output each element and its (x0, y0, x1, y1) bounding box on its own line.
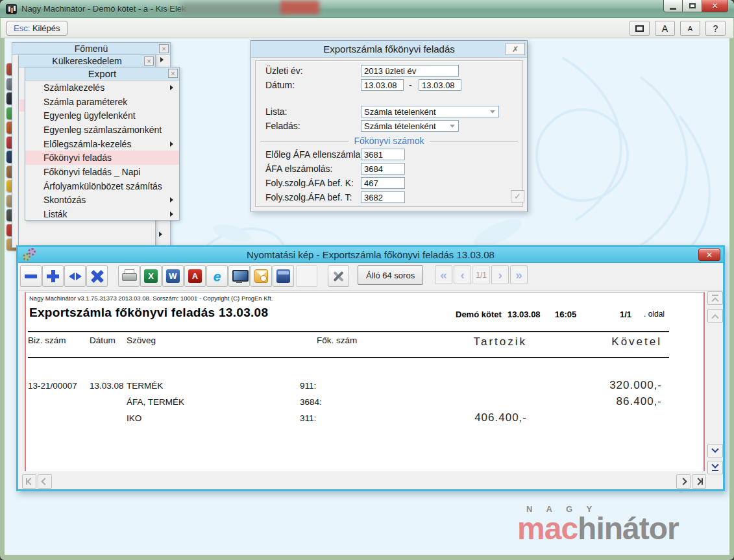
list-dropdown[interactable]: Számla tételenként (361, 106, 499, 117)
export-pdf-button[interactable]: A (184, 265, 206, 287)
preview-titlebar[interactable]: Nyomtatási kép - Exportszámla főkönyvi f… (18, 247, 723, 263)
window-title: Nagy Machinátor - Demó kötet - a - Kis E… (21, 4, 186, 14)
last-page-button[interactable]: » (510, 265, 528, 284)
account-number-input[interactable]: 3681 (361, 149, 405, 160)
col-kovetel: Követel (527, 335, 662, 348)
menu-item[interactable]: Skontózás (25, 193, 179, 208)
frame-button[interactable] (630, 21, 650, 36)
close-dialog-button[interactable]: ✗ (506, 43, 525, 55)
send-email-button[interactable] (251, 265, 272, 287)
business-year-label: Üzleti év: (265, 66, 303, 76)
export-header[interactable]: Export × (25, 67, 179, 80)
window-controls: ✕ (663, 0, 728, 12)
fomenu-header[interactable]: Főmenü × (12, 43, 170, 55)
report-page-number: 1/1 (620, 310, 631, 319)
scroll-up-button[interactable] (707, 309, 723, 323)
account-number-input[interactable]: 467 (361, 177, 405, 189)
export-title: Export (88, 68, 116, 79)
report-volume: Demó kötet (456, 310, 502, 319)
application-window: Nagy Machinátor - Demó kötet - a - Kis E… (0, 0, 734, 560)
minimize-button[interactable] (663, 0, 683, 12)
scroll-left-button[interactable] (38, 474, 52, 489)
frame-icon (635, 25, 644, 32)
scroll-top-button[interactable] (707, 291, 723, 305)
menu-item[interactable]: Árfolyamkülönbözet számítás (25, 179, 179, 193)
report-title: Exportszámla főkönyvi feladás 13.03.08 (29, 306, 268, 320)
account-number-input[interactable]: 3684 (361, 163, 405, 175)
col-szoveg: Szöveg (127, 335, 300, 348)
print-preview-window: Nyomtatási kép - Exportszámla főkönyvi f… (16, 245, 725, 491)
kulkereskedelem-header[interactable]: Külkereskedelem × (19, 55, 155, 67)
blurred-close-fragment (280, 1, 319, 14)
blurred-window-fragment (180, 3, 283, 15)
archive-button[interactable] (273, 265, 294, 287)
close-kulkereskedelem-button[interactable]: × (144, 56, 154, 66)
menu-item[interactable]: Előlegszámla-kezelés (25, 137, 179, 151)
first-page-button[interactable]: « (435, 265, 452, 284)
date-from-input[interactable]: 13.03.08 (361, 79, 404, 91)
help-button[interactable]: ? (705, 21, 726, 36)
confirm-button[interactable]: ✓ (511, 190, 524, 202)
fomenu-title: Főmenü (75, 43, 108, 54)
maximize-button[interactable] (683, 0, 702, 12)
next-page-button[interactable]: › (491, 265, 509, 284)
scroll-far-right-button[interactable] (692, 474, 706, 489)
window-titlebar[interactable]: Nagy Machinátor - Demó kötet - a - Kis E… (0, 0, 734, 18)
scroll-down-button[interactable] (707, 444, 723, 457)
fit-page-button[interactable] (86, 265, 108, 287)
view-buttons-group: AA? (630, 21, 726, 36)
zoom-out-button[interactable] (20, 265, 42, 287)
menu-item[interactable]: Listák (25, 207, 179, 221)
report-meta-line: Nagy Machinátor v3.1.75.31373 2013.03.08… (29, 295, 273, 302)
scroll-far-left-button[interactable] (22, 474, 36, 489)
close-export-button[interactable]: × (168, 69, 178, 78)
exit-button[interactable]: Esc: Kilépés (6, 21, 67, 36)
menu-item[interactable]: Főkönyvi feladás (25, 151, 179, 165)
gears-icon (22, 248, 42, 262)
col-tartozik: Tartozik (391, 335, 527, 348)
minimize-icon (670, 8, 676, 10)
posting-dropdown[interactable]: Számla tételenként (361, 120, 459, 132)
menu-item[interactable]: Főkönyvi feladás _ Napi (25, 165, 179, 179)
submenu-arrow-icon (170, 212, 173, 217)
fit-width-button[interactable] (64, 265, 86, 287)
view-screen-button[interactable] (228, 265, 250, 287)
date-range-separator: - (409, 80, 412, 90)
prev-page-button[interactable]: ‹ (454, 265, 471, 284)
font-large-button[interactable]: A (655, 21, 675, 36)
menu-item[interactable]: Számlakezelés (25, 80, 179, 95)
report-page-suffix: . oldal (644, 310, 665, 319)
menu-item[interactable]: Egyenleg ügyfelenként (25, 108, 179, 123)
page-indicator[interactable]: 1/1 (472, 265, 490, 284)
date-label: Dátum: (265, 80, 295, 90)
date-to-input[interactable]: 13.03.08 (419, 79, 461, 91)
exit-label: Kilépés (32, 23, 60, 33)
account-number-input[interactable]: 3682 (361, 191, 405, 203)
menu-item[interactable]: Számla paraméterek (25, 95, 179, 109)
export-excel-button[interactable]: X (140, 265, 162, 287)
blank-button (296, 265, 317, 287)
close-preview-button[interactable]: ✕ (698, 249, 720, 261)
menu-item[interactable]: Egyenleg számlaszámonként (25, 123, 179, 137)
scroll-bottom-button[interactable] (707, 461, 723, 474)
submenu-arrow-icon (170, 141, 173, 147)
maximize-icon (689, 3, 696, 8)
logo-accent-text: mac (517, 511, 578, 546)
dialog-titlebar[interactable]: Exportszámla főkönyvi feladás ✗ (251, 41, 527, 58)
col-datum: Dátum (90, 335, 127, 348)
export-browser-button[interactable]: e (206, 265, 228, 287)
page-layout-button[interactable]: Álló 64 soros (358, 265, 423, 285)
zoom-in-button[interactable] (42, 265, 64, 287)
scroll-right-button[interactable] (676, 474, 691, 489)
print-button[interactable] (118, 265, 140, 287)
close-button[interactable]: ✕ (702, 0, 728, 12)
export-word-button[interactable]: W (162, 265, 184, 287)
submenu-arrow-icon (170, 85, 173, 90)
business-year-input[interactable]: 2013 üzleti év (361, 65, 459, 77)
settings-button[interactable] (328, 265, 349, 287)
report-time: 16:05 (555, 310, 576, 319)
font-small-button[interactable]: A (680, 21, 700, 36)
close-fomenu-button[interactable]: × (159, 44, 169, 53)
report-row: 13-21/00007 13.03.08 TERMÉK 911: 320.000… (28, 381, 662, 392)
ledger-numbers-separator: Főkönyvi számok (255, 136, 523, 146)
